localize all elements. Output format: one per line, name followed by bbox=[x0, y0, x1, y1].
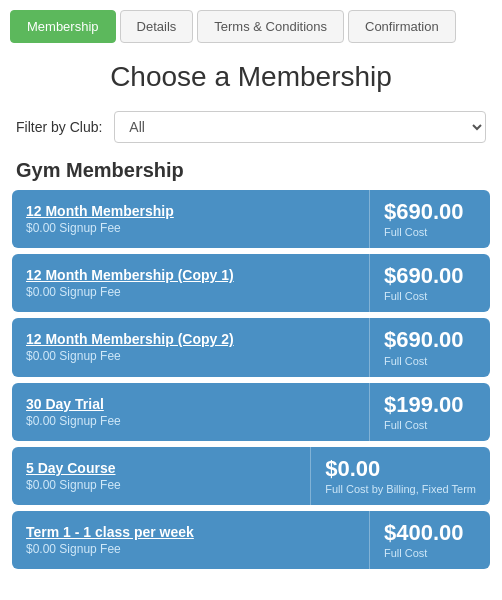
tab-navigation: MembershipDetailsTerms & ConditionsConfi… bbox=[0, 0, 502, 43]
card-price: $0.00 bbox=[325, 457, 380, 481]
membership-card[interactable]: 5 Day Course$0.00 Signup Fee$0.00Full Co… bbox=[12, 447, 490, 505]
card-left-1: 12 Month Membership (Copy 1)$0.00 Signup… bbox=[12, 254, 370, 312]
card-price: $690.00 bbox=[384, 264, 464, 288]
card-left-0: 12 Month Membership$0.00 Signup Fee bbox=[12, 190, 370, 248]
card-price: $400.00 bbox=[384, 521, 464, 545]
card-price-label: Full Cost bbox=[384, 355, 427, 367]
tab-confirmation[interactable]: Confirmation bbox=[348, 10, 456, 43]
membership-card[interactable]: 12 Month Membership (Copy 2)$0.00 Signup… bbox=[12, 318, 490, 376]
tab-membership[interactable]: Membership bbox=[10, 10, 116, 43]
membership-card[interactable]: 12 Month Membership$0.00 Signup Fee$690.… bbox=[12, 190, 490, 248]
filter-bar: Filter by Club: All bbox=[0, 103, 502, 155]
card-price-label: Full Cost by Billing, Fixed Term bbox=[325, 483, 476, 495]
card-signup-fee: $0.00 Signup Fee bbox=[26, 478, 296, 492]
section-heading: Gym Membership bbox=[0, 155, 502, 190]
card-left-4: 5 Day Course$0.00 Signup Fee bbox=[12, 447, 311, 505]
card-name: 12 Month Membership (Copy 2) bbox=[26, 331, 355, 347]
tab-details[interactable]: Details bbox=[120, 10, 194, 43]
membership-list: 12 Month Membership$0.00 Signup Fee$690.… bbox=[0, 190, 502, 585]
card-name: 5 Day Course bbox=[26, 460, 296, 476]
card-signup-fee: $0.00 Signup Fee bbox=[26, 221, 355, 235]
page-title: Choose a Membership bbox=[0, 43, 502, 103]
card-signup-fee: $0.00 Signup Fee bbox=[26, 349, 355, 363]
card-right-3: $199.00Full Cost bbox=[370, 383, 490, 441]
card-right-0: $690.00Full Cost bbox=[370, 190, 490, 248]
membership-card[interactable]: 12 Month Membership (Copy 1)$0.00 Signup… bbox=[12, 254, 490, 312]
tab-terms[interactable]: Terms & Conditions bbox=[197, 10, 344, 43]
card-left-5: Term 1 - 1 class per week$0.00 Signup Fe… bbox=[12, 511, 370, 569]
card-price: $690.00 bbox=[384, 200, 464, 224]
card-price-label: Full Cost bbox=[384, 226, 427, 238]
card-signup-fee: $0.00 Signup Fee bbox=[26, 285, 355, 299]
card-price-label: Full Cost bbox=[384, 547, 427, 559]
card-price-label: Full Cost bbox=[384, 419, 427, 431]
card-right-2: $690.00Full Cost bbox=[370, 318, 490, 376]
card-name: Term 1 - 1 class per week bbox=[26, 524, 355, 540]
club-filter-select[interactable]: All bbox=[114, 111, 486, 143]
card-price: $690.00 bbox=[384, 328, 464, 352]
card-name: 12 Month Membership (Copy 1) bbox=[26, 267, 355, 283]
card-name: 12 Month Membership bbox=[26, 203, 355, 219]
card-price: $199.00 bbox=[384, 393, 464, 417]
card-right-4: $0.00Full Cost by Billing, Fixed Term bbox=[311, 447, 490, 505]
card-right-5: $400.00Full Cost bbox=[370, 511, 490, 569]
membership-card[interactable]: Term 1 - 1 class per week$0.00 Signup Fe… bbox=[12, 511, 490, 569]
card-signup-fee: $0.00 Signup Fee bbox=[26, 414, 355, 428]
card-name: 30 Day Trial bbox=[26, 396, 355, 412]
card-left-3: 30 Day Trial$0.00 Signup Fee bbox=[12, 383, 370, 441]
card-signup-fee: $0.00 Signup Fee bbox=[26, 542, 355, 556]
filter-label: Filter by Club: bbox=[16, 119, 102, 135]
card-price-label: Full Cost bbox=[384, 290, 427, 302]
card-left-2: 12 Month Membership (Copy 2)$0.00 Signup… bbox=[12, 318, 370, 376]
membership-card[interactable]: 30 Day Trial$0.00 Signup Fee$199.00Full … bbox=[12, 383, 490, 441]
card-right-1: $690.00Full Cost bbox=[370, 254, 490, 312]
